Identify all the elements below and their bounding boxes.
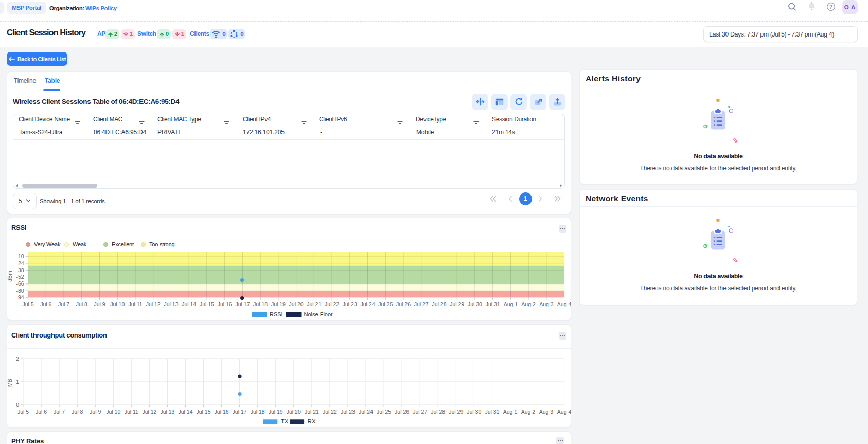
- svg-text:-38: -38: [16, 267, 24, 273]
- svg-text:Jul 28: Jul 28: [431, 409, 445, 415]
- svg-text:Aug 4: Aug 4: [557, 409, 571, 415]
- svg-text:Jul 12: Jul 12: [142, 409, 156, 415]
- svg-text:Jul 21: Jul 21: [307, 301, 321, 307]
- svg-text:Jul 17: Jul 17: [235, 301, 250, 307]
- svg-text:Jul 9: Jul 9: [94, 301, 105, 307]
- svg-text:-80: -80: [16, 288, 24, 294]
- svg-text:Jul 20: Jul 20: [287, 409, 301, 415]
- svg-text:Jul 22: Jul 22: [323, 409, 337, 415]
- svg-text:Jul 11: Jul 11: [125, 409, 138, 415]
- svg-text:Jul 9: Jul 9: [90, 409, 101, 415]
- svg-text:-66: -66: [16, 280, 24, 287]
- svg-text:Jul 29: Jul 29: [449, 409, 463, 415]
- svg-text:Jul 27: Jul 27: [413, 409, 427, 415]
- svg-text:Noise Floor: Noise Floor: [304, 311, 333, 317]
- svg-text:Jul 22: Jul 22: [325, 301, 339, 307]
- svg-text:Jul 16: Jul 16: [215, 409, 229, 415]
- svg-text:Jul 7: Jul 7: [58, 301, 69, 307]
- svg-text:RSSI: RSSI: [270, 311, 283, 317]
- svg-text:Jul 13: Jul 13: [164, 301, 178, 307]
- svg-text:Jul 8: Jul 8: [76, 301, 87, 307]
- svg-text:Jul 26: Jul 26: [396, 301, 411, 307]
- svg-text:Jul 5: Jul 5: [23, 301, 34, 307]
- svg-text:-10: -10: [16, 253, 24, 259]
- svg-text:Jul 5: Jul 5: [17, 409, 29, 415]
- svg-text:Jul 26: Jul 26: [395, 409, 409, 415]
- svg-text:Jul 31: Jul 31: [485, 409, 499, 415]
- svg-text:TX: TX: [281, 418, 289, 424]
- svg-text:?: ?: [829, 4, 832, 10]
- svg-text:1: 1: [16, 379, 19, 385]
- svg-text:Jul 25: Jul 25: [377, 409, 391, 415]
- svg-text:Jul 11: Jul 11: [128, 301, 142, 307]
- svg-text:Jul 30: Jul 30: [467, 409, 481, 415]
- svg-text:Aug 2: Aug 2: [521, 301, 536, 307]
- svg-text:Jul 19: Jul 19: [269, 409, 283, 415]
- svg-text:0: 0: [16, 402, 19, 408]
- svg-text:Jul 23: Jul 23: [341, 409, 355, 415]
- svg-text:Jul 15: Jul 15: [200, 301, 214, 307]
- svg-text:Aug 4: Aug 4: [557, 301, 571, 307]
- svg-text:Jul 12: Jul 12: [146, 301, 161, 307]
- svg-text:Jul 18: Jul 18: [251, 409, 265, 415]
- svg-text:Jul 13: Jul 13: [160, 409, 174, 415]
- svg-text:Aug 1: Aug 1: [503, 409, 518, 415]
- svg-text:Jul 14: Jul 14: [178, 409, 192, 415]
- svg-text:-24: -24: [16, 260, 24, 267]
- svg-text:Jul 19: Jul 19: [271, 301, 286, 307]
- svg-text:Jul 30: Jul 30: [468, 301, 482, 307]
- svg-text:-52: -52: [16, 274, 24, 280]
- svg-text:-94: -94: [16, 294, 24, 300]
- svg-text:RX: RX: [308, 418, 316, 424]
- svg-text:dBm: dBm: [7, 271, 13, 282]
- svg-text:Aug 1: Aug 1: [504, 301, 518, 307]
- svg-text:Jul 31: Jul 31: [486, 301, 500, 307]
- svg-text:Jul 24: Jul 24: [360, 301, 375, 307]
- svg-text:Jul 29: Jul 29: [450, 301, 464, 307]
- svg-text:Jul 6: Jul 6: [36, 409, 47, 415]
- svg-text:Jul 17: Jul 17: [233, 409, 247, 415]
- svg-text:MB: MB: [7, 379, 13, 387]
- svg-text:Jul 6: Jul 6: [40, 301, 51, 307]
- svg-text:Jul 21: Jul 21: [305, 409, 319, 415]
- svg-text:Aug 3: Aug 3: [539, 301, 554, 307]
- svg-text:Jul 7: Jul 7: [54, 409, 65, 415]
- svg-text:Jul 27: Jul 27: [414, 301, 429, 307]
- svg-text:Aug 3: Aug 3: [539, 409, 554, 415]
- svg-text:Jul 10: Jul 10: [106, 409, 120, 415]
- svg-text:Jul 18: Jul 18: [253, 301, 268, 307]
- svg-text:Jul 14: Jul 14: [182, 301, 196, 307]
- svg-text:Jul 24: Jul 24: [359, 409, 373, 415]
- svg-text:Jul 20: Jul 20: [289, 301, 304, 307]
- svg-text:Aug 2: Aug 2: [521, 409, 536, 415]
- svg-text:Jul 16: Jul 16: [218, 301, 232, 307]
- svg-text:Jul 15: Jul 15: [196, 409, 210, 415]
- svg-text:Jul 28: Jul 28: [432, 301, 446, 307]
- svg-text:2: 2: [16, 356, 19, 362]
- svg-text:Jul 23: Jul 23: [343, 301, 357, 307]
- svg-text:Jul 8: Jul 8: [72, 409, 83, 415]
- svg-text:Jul 10: Jul 10: [110, 301, 125, 307]
- svg-text:Jul 25: Jul 25: [378, 301, 393, 307]
